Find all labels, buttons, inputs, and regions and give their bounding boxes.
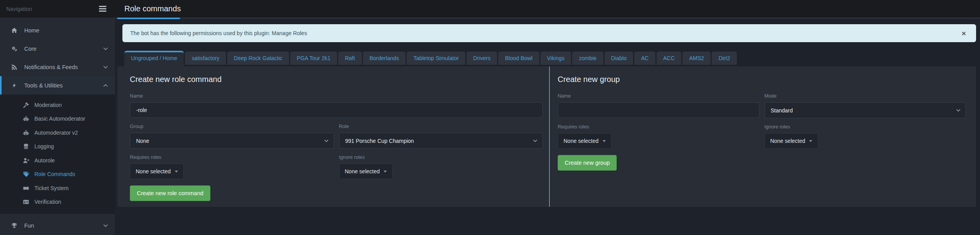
sidebar-item-label: Ticket System	[34, 185, 68, 191]
role-command-form: Create new role command Name Group None	[117, 66, 549, 207]
role-select-value: 991 Porsche Cup Champion	[345, 138, 414, 144]
group-label: Group	[130, 124, 334, 129]
gavel-icon	[22, 102, 30, 108]
sidebar-item-logging[interactable]: Logging	[0, 140, 115, 154]
tab-tabletop-simulator[interactable]: Tabletop Simulator	[407, 52, 465, 65]
group-tabs: Ungrouped / Home satisfactory Deep Rock …	[124, 50, 976, 66]
tab-vikings[interactable]: Vikings	[540, 52, 571, 65]
mode-label: Mode	[765, 93, 966, 99]
user-plus-icon	[22, 157, 30, 164]
requires-roles-label: Requires roles	[558, 124, 759, 130]
requires-roles-multiselect[interactable]: None selected	[130, 164, 184, 179]
group-select[interactable]: None	[130, 133, 334, 149]
name-label: Name	[130, 93, 543, 99]
chevron-down-icon	[533, 139, 537, 142]
chevron-down-icon	[103, 47, 108, 50]
create-role-command-button[interactable]: Create new role command	[130, 185, 210, 201]
tab-panel: Create new role command Name Group None	[117, 66, 976, 207]
chevron-down-icon	[103, 224, 108, 227]
group-ignore-roles-multiselect[interactable]: None selected	[765, 133, 818, 149]
robot-icon	[22, 116, 30, 122]
topbar: Role commands	[115, 0, 980, 19]
tab-drivers[interactable]: Drivers	[467, 52, 497, 65]
chevron-down-icon	[324, 139, 328, 142]
page-title-tab[interactable]: Role commands	[115, 4, 181, 13]
ticket-icon	[22, 185, 30, 191]
tab-ams2[interactable]: AMS2	[682, 52, 711, 65]
hamburger-menu-icon[interactable]	[98, 4, 107, 13]
role-form-heading: Create new role command	[130, 75, 543, 84]
caret-down-icon	[809, 140, 812, 142]
close-icon[interactable]: ×	[959, 29, 968, 38]
sidebar-item-core[interactable]: Core	[0, 39, 115, 58]
tab-deep-rock-galactic[interactable]: Deep Rock Galactic	[227, 52, 289, 65]
content-area: The bot has the following permissions us…	[115, 19, 980, 207]
tools-utilities-submenu: Moderation Basic Automoderator	[0, 94, 115, 214]
sidebar-nav: Home Core	[0, 18, 115, 235]
sidebar-item-label: Basic Automoderator	[34, 116, 85, 122]
sidebar-title: Navigation	[6, 6, 32, 12]
main-area: Role commands The bot has the following …	[115, 0, 980, 235]
chevron-down-icon	[103, 66, 108, 69]
sidebar-item-label: Home	[24, 27, 39, 34]
mode-select-value: Standard	[771, 107, 793, 114]
gears-icon	[10, 46, 18, 52]
tab-borderlands[interactable]: Borderlands	[363, 52, 406, 65]
tab-satisfactory[interactable]: satisfactory	[185, 52, 226, 65]
sidebar-item-autorole[interactable]: Autorole	[0, 153, 115, 167]
sidebar-header: Navigation	[0, 0, 115, 18]
caret-down-icon	[384, 171, 387, 173]
caret-down-icon	[175, 171, 178, 173]
database-icon	[22, 143, 30, 150]
robot-icon	[22, 130, 30, 136]
tab-diablo[interactable]: Diablo	[605, 52, 634, 65]
tab-raft[interactable]: Raft	[338, 52, 362, 65]
tab-blood-bowl[interactable]: Blood Bowl	[498, 52, 539, 65]
trophy-icon	[10, 223, 18, 229]
tab-acc[interactable]: ACC	[657, 52, 682, 65]
role-label: Role	[339, 124, 543, 129]
tab-pga-tour-2k1[interactable]: PGA Tour 2k1	[290, 52, 337, 65]
caret-down-icon	[603, 140, 606, 142]
rss-icon	[10, 64, 18, 70]
group-select-value: None	[136, 138, 149, 144]
home-icon	[10, 27, 18, 34]
sidebar: Navigation Home	[0, 0, 115, 235]
sidebar-item-ticket-system[interactable]: Ticket System	[0, 181, 115, 195]
sidebar-item-label: Logging	[34, 143, 54, 150]
requires-roles-label: Requires roles	[130, 155, 334, 160]
sidebar-item-tools-utilities[interactable]: Tools & Utilities	[0, 76, 115, 94]
permissions-alert: The bot has the following permissions us…	[122, 24, 976, 42]
group-form-heading: Create new group	[558, 75, 966, 84]
group-name-input[interactable]	[558, 102, 759, 118]
sidebar-item-verification[interactable]: Verification	[0, 195, 115, 209]
role-select[interactable]: 991 Porsche Cup Champion	[339, 133, 543, 149]
sidebar-item-automoderator-v2[interactable]: Automoderator v2	[0, 126, 115, 140]
sidebar-item-label: Moderation	[34, 102, 62, 108]
active-page-tab-underline	[117, 18, 180, 19]
id-card-icon	[22, 199, 30, 205]
role-name-input[interactable]	[130, 102, 543, 118]
tab-ac[interactable]: AC	[634, 52, 655, 65]
sidebar-item-role-commands[interactable]: Role Commands	[0, 167, 115, 182]
sidebar-item-moderation[interactable]: Moderation	[0, 98, 115, 112]
tab-zombie[interactable]: zombie	[572, 52, 603, 65]
ignore-roles-label: Ignore roles	[339, 155, 543, 160]
chevron-down-icon	[956, 109, 960, 112]
sidebar-item-basic-automoderator[interactable]: Basic Automoderator	[0, 112, 115, 126]
create-group-button[interactable]: Create new group	[558, 155, 617, 171]
sidebar-item-fun[interactable]: Fun	[0, 216, 115, 235]
sidebar-item-label: Role Commands	[34, 171, 75, 177]
ignore-roles-multiselect[interactable]: None selected	[339, 164, 393, 179]
sidebar-item-home[interactable]: Home	[0, 21, 115, 39]
tab-ungrouped-home[interactable]: Ungrouped / Home	[124, 51, 184, 66]
create-group-form: Create new group Name Mode Standard	[549, 66, 976, 207]
tab-dirt2[interactable]: Dirt2	[712, 52, 737, 65]
sidebar-item-notifications-feeds[interactable]: Notifications & Feeds	[0, 58, 115, 76]
mode-select[interactable]: Standard	[765, 102, 966, 118]
sidebar-item-label: Fun	[24, 223, 34, 229]
chevron-up-icon	[103, 84, 108, 87]
sidebar-item-label: Notifications & Feeds	[24, 64, 78, 70]
sidebar-item-label: Core	[24, 46, 36, 52]
group-requires-roles-multiselect[interactable]: None selected	[558, 133, 612, 149]
